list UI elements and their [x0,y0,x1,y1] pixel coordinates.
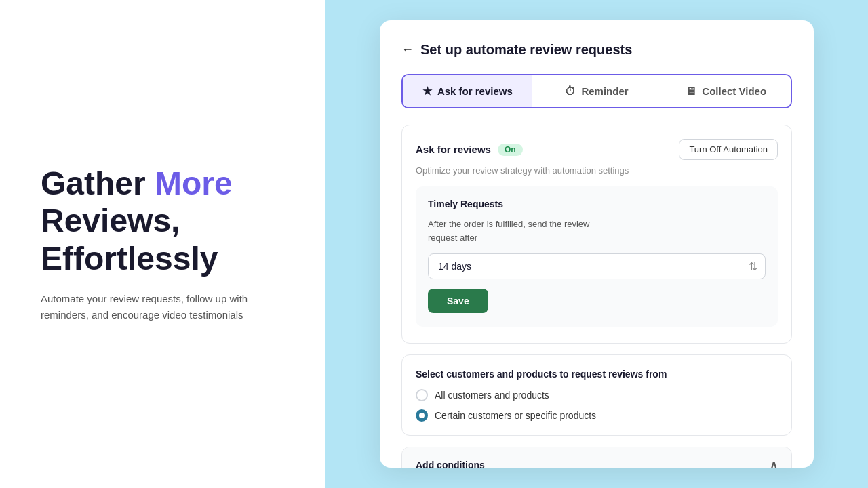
conditions-header[interactable]: Add conditions ∧ [402,447,791,468]
status-badge: On [498,144,523,156]
radio-group: All customers and products Certain custo… [416,389,778,422]
tab-video-label: Collect Video [702,85,766,97]
radio-certain-label: Certain customers or specific products [435,410,596,421]
chevron-up-icon: ∧ [770,458,778,468]
section-header: Ask for reviews On Turn Off Automation [416,139,778,160]
section-label: Ask for reviews [416,144,491,155]
section-header-left: Ask for reviews On [416,144,523,156]
timely-requests-box: Timely Requests After the order is fulfi… [416,186,778,327]
headline-gather: Gather [41,165,155,201]
radio-all-label: All customers and products [435,390,549,401]
ask-reviews-section: Ask for reviews On Turn Off Automation O… [401,125,792,344]
right-panel: ← Set up automate review requests ★ Ask … [326,0,868,488]
tab-ask-reviews[interactable]: ★ Ask for reviews [403,75,532,107]
tab-collect-video[interactable]: 🖥 Collect Video [661,75,791,107]
turn-off-automation-button[interactable]: Turn Off Automation [679,139,778,160]
conditions-box: Add conditions ∧ Select Type Select Cond… [401,447,792,468]
radio-all[interactable]: All customers and products [416,389,778,401]
headline-more: More [155,165,233,201]
back-button[interactable]: ← [401,43,414,57]
tabs-container: ★ Ask for reviews ⏱ Reminder 🖥 Collect V… [401,74,792,108]
left-panel: Gather More Reviews, Effortlessly Automa… [0,0,326,488]
timely-desc: After the order is fulfilled, send the r… [428,218,766,244]
headline: Gather More Reviews, Effortlessly [41,165,285,277]
headline-reviews: Reviews, [41,203,180,239]
days-select-wrapper: 1 day 3 days 7 days 14 days 30 days ⇅ [428,253,766,279]
card-title: Set up automate review requests [420,42,632,58]
card-header: ← Set up automate review requests [401,42,792,58]
left-subtext: Automate your review requests, follow up… [41,291,285,323]
tab-reminder[interactable]: ⏱ Reminder [532,75,662,107]
customer-section-title: Select customers and products to request… [416,369,778,380]
section-desc: Optimize your review strategy with autom… [416,165,778,176]
radio-circle-certain [416,409,428,422]
tab-ask-label: Ask for reviews [437,85,513,97]
monitor-icon: 🖥 [686,85,696,98]
star-icon: ★ [422,85,432,98]
clock-icon: ⏱ [565,85,576,98]
main-card: ← Set up automate review requests ★ Ask … [380,20,814,468]
headline-effortlessly: Effortlessly [41,241,218,277]
radio-certain[interactable]: Certain customers or specific products [416,409,778,422]
timely-title: Timely Requests [428,199,766,209]
customer-section: Select customers and products to request… [401,354,792,436]
radio-circle-all [416,389,428,401]
conditions-title: Add conditions [416,460,485,468]
save-button[interactable]: Save [428,289,488,313]
days-select[interactable]: 1 day 3 days 7 days 14 days 30 days [428,253,766,279]
tab-reminder-label: Reminder [581,85,628,97]
